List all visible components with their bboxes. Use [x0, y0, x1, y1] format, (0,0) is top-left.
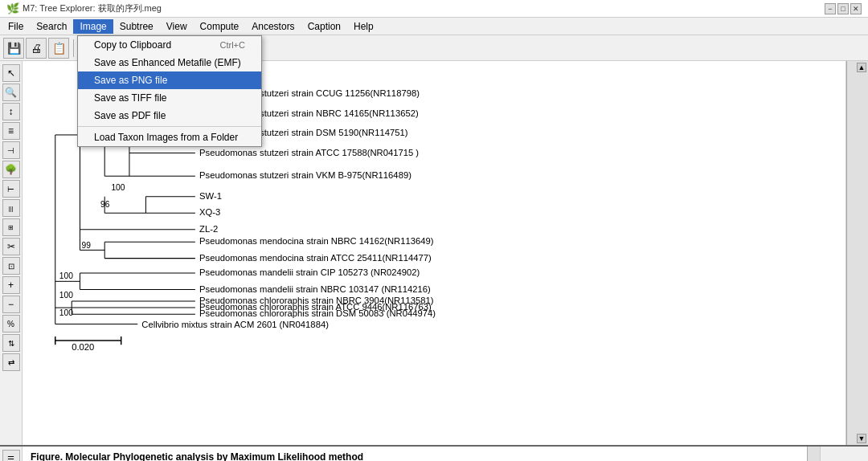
- left-btn-10[interactable]: ✂: [2, 238, 20, 255]
- svg-text:100: 100: [111, 183, 125, 192]
- dropdown-menu-container: Copy to Clipboard Ctrl+C Save as Enhance…: [77, 35, 262, 147]
- svg-text:Pseudomonas mendocina strain N: Pseudomonas mendocina strain NBRC 14162(…: [199, 236, 434, 246]
- minimize-button[interactable]: −: [825, 3, 836, 14]
- menu-file[interactable]: File: [2, 19, 30, 34]
- left-btn-4[interactable]: ≡: [2, 122, 20, 140]
- copy-clipboard-shortcut: Ctrl+C: [220, 40, 245, 50]
- svg-text:Pseudomonas mandelii strain CI: Pseudomonas mandelii strain CIP 105273 (…: [199, 267, 420, 277]
- menu-search[interactable]: Search: [30, 19, 73, 34]
- menu-view[interactable]: View: [160, 19, 194, 34]
- menu-caption[interactable]: Caption: [301, 19, 347, 34]
- svg-text:100: 100: [59, 271, 73, 280]
- left-btn-14[interactable]: %: [2, 315, 20, 332]
- dropdown-separator: [78, 126, 261, 127]
- scrollbar-down[interactable]: ▼: [857, 434, 866, 443]
- save-pdf-label: Save as PDF file: [94, 110, 166, 121]
- left-btn-5[interactable]: ⊣: [2, 141, 20, 159]
- svg-text:SW-1: SW-1: [199, 191, 222, 201]
- svg-text:0.020: 0.020: [72, 342, 94, 352]
- copy-clipboard-label: Copy to Clipboard: [94, 39, 171, 51]
- menu-load-taxon-images[interactable]: Load Taxon Images from a Folder: [78, 129, 261, 146]
- svg-text:Cellvibrio mixtus strain ACM 2: Cellvibrio mixtus strain ACM 2601 (NR041…: [141, 320, 329, 329]
- left-btn-9[interactable]: ⊞: [2, 218, 20, 236]
- menu-ancestors[interactable]: Ancestors: [245, 19, 301, 34]
- title-controls[interactable]: − □ ✕: [825, 3, 862, 14]
- left-btn-1[interactable]: ↖: [2, 64, 20, 82]
- left-btn-15[interactable]: ⇅: [2, 334, 20, 352]
- right-panel: ▲ ▼: [845, 61, 868, 445]
- bottom-scrollbar[interactable]: [807, 447, 820, 461]
- menu-save-tiff[interactable]: Save as TIFF file: [78, 89, 261, 107]
- left-btn-3[interactable]: ↕: [2, 103, 20, 120]
- left-btn-7[interactable]: ⊢: [2, 180, 20, 198]
- left-btn-2[interactable]: 🔍: [2, 84, 20, 101]
- title-bar-left: 🌿 M7: Tree Explorer: 获取的序列.meg: [6, 2, 162, 14]
- menu-image[interactable]: Image: [73, 19, 113, 34]
- menu-save-pdf[interactable]: Save as PDF file: [78, 107, 261, 124]
- bottom-left-toolbar: ☰ 📷 ↕ 📋: [0, 447, 23, 461]
- menu-save-png[interactable]: Save as PNG file: [78, 71, 261, 89]
- bottom-panel: ☰ 📷 ↕ 📋 Figure. Molecular Phylogenetic a…: [0, 445, 868, 461]
- left-btn-13[interactable]: −: [2, 296, 20, 313]
- save-tiff-label: Save as TIFF file: [94, 92, 166, 104]
- svg-text:Pseudomonas chlororaphis strai: Pseudomonas chlororaphis strain DSM 5008…: [199, 308, 436, 318]
- toolbar-sep1: [73, 39, 74, 57]
- menu-copy-clipboard[interactable]: Copy to Clipboard Ctrl+C: [78, 36, 261, 54]
- left-btn-12[interactable]: +: [2, 276, 20, 294]
- scrollbar-up[interactable]: ▲: [857, 63, 866, 72]
- toolbar-save-btn[interactable]: 💾: [3, 38, 24, 59]
- figure-title: Figure. Molecular Phylogenetic analysis …: [31, 451, 799, 461]
- maximize-button[interactable]: □: [837, 3, 849, 14]
- load-taxon-label: Load Taxon Images from a Folder: [94, 132, 238, 143]
- svg-text:100: 100: [59, 308, 73, 317]
- left-btn-6[interactable]: 🌳: [2, 161, 20, 178]
- toolbar-print-btn[interactable]: 🖨: [26, 38, 47, 59]
- bottom-right-icons: 环微分析: [820, 447, 868, 461]
- menu-bar: File Search Image Subtree View Compute A…: [0, 18, 868, 35]
- window-title: M7: Tree Explorer: 获取的序列.meg: [23, 2, 162, 14]
- save-png-label: Save as PNG file: [94, 75, 167, 86]
- image-dropdown-menu: Copy to Clipboard Ctrl+C Save as Enhance…: [77, 35, 262, 147]
- svg-text:Pseudomonas stutzeri strain AT: Pseudomonas stutzeri strain ATCC 17588(N…: [199, 148, 419, 157]
- toolbar-copy-btn[interactable]: 📋: [48, 38, 69, 59]
- svg-text:Pseudomonas stutzeri strain VK: Pseudomonas stutzeri strain VKM B-975(NR…: [199, 170, 411, 180]
- svg-text:100: 100: [59, 291, 73, 300]
- svg-text:XQ-3: XQ-3: [199, 207, 220, 217]
- bottom-content: Figure. Molecular Phylogenetic analysis …: [23, 447, 807, 461]
- left-btn-11[interactable]: ⊡: [2, 257, 20, 275]
- svg-text:99: 99: [82, 241, 92, 250]
- close-button[interactable]: ✕: [850, 3, 862, 14]
- bottom-btn-1[interactable]: ☰: [2, 450, 20, 461]
- menu-help[interactable]: Help: [347, 19, 380, 34]
- title-bar: 🌿 M7: Tree Explorer: 获取的序列.meg − □ ✕: [0, 0, 868, 18]
- menu-subtree[interactable]: Subtree: [113, 19, 160, 34]
- menu-compute[interactable]: Compute: [194, 19, 246, 34]
- svg-text:Pseudomonas mandelii strain NB: Pseudomonas mandelii strain NBRC 103147 …: [199, 284, 431, 294]
- left-btn-16[interactable]: ⇄: [2, 353, 20, 371]
- svg-text:ZL-2: ZL-2: [199, 224, 218, 234]
- save-emf-label: Save as Enhanced Metafile (EMF): [94, 57, 241, 68]
- svg-text:Pseudomonas mendocina strain A: Pseudomonas mendocina strain ATCC 25411(…: [199, 253, 432, 263]
- svg-text:96: 96: [100, 200, 110, 209]
- left-btn-8[interactable]: |||: [2, 199, 20, 217]
- menu-save-emf[interactable]: Save as Enhanced Metafile (EMF): [78, 54, 261, 71]
- left-toolbar: ↖ 🔍 ↕ ≡ ⊣ 🌳 ⊢ ||| ⊞ ✂ ⊡ + − % ⇅ ⇄: [0, 61, 23, 445]
